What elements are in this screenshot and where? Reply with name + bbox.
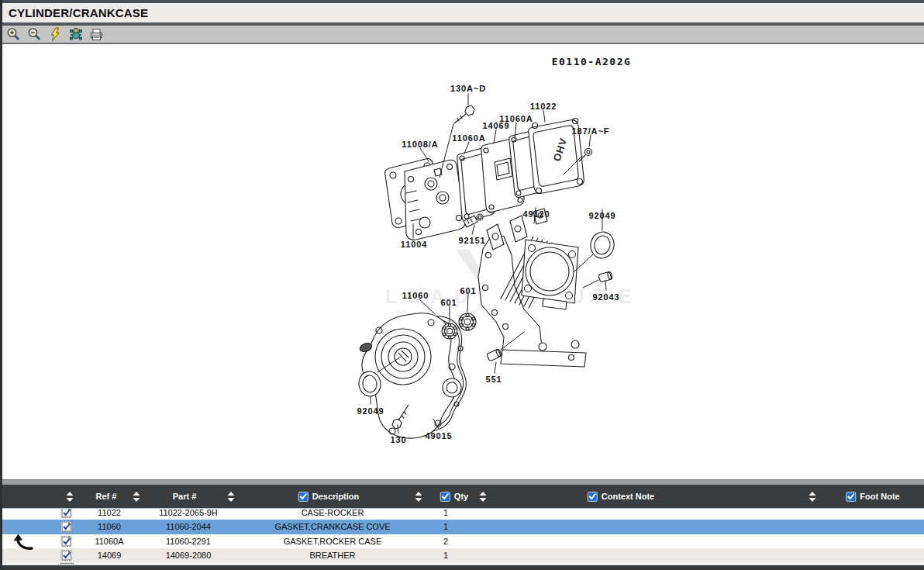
column-checkbox-foot-note[interactable] [846, 492, 856, 502]
part-label-14069[interactable]: 14069 [482, 121, 509, 130]
window-bottom-bar [0, 565, 924, 570]
sort-icon[interactable] [415, 485, 422, 508]
table-body: 1102211022-2065-9HCASE-ROCKER11106011060… [0, 509, 924, 563]
column-checkbox-qty[interactable] [440, 492, 450, 502]
part-label-49120[interactable]: 49120 [522, 209, 550, 219]
description-cell: CASE-ROCKER [302, 509, 364, 520]
part-label-601[interactable]: 601 [460, 286, 476, 295]
column-header-label: Foot Note [860, 492, 899, 501]
table-header: Ref #Part #DescriptionQtyContext NoteFoo… [0, 485, 924, 509]
diagram-code-label[interactable]: E0110-A202G [552, 56, 632, 67]
sort-icon[interactable] [67, 485, 74, 508]
part-label-49015[interactable]: 49015 [425, 431, 452, 440]
sort-icon[interactable] [228, 485, 235, 508]
qty-cell: 1 [443, 520, 448, 534]
part-label-11008-a[interactable]: 11008/A [402, 140, 438, 149]
exploded-diagram-art: OHV [0, 46, 924, 479]
print-icon[interactable] [88, 26, 105, 42]
table-row-11022[interactable]: 1102211022-2065-9HCASE-ROCKER1 [0, 509, 924, 520]
part-label-187-a-f[interactable]: 187/A~F [572, 126, 610, 136]
part-label-92049[interactable]: 92049 [357, 406, 384, 416]
column-header-ref[interactable]: Ref # [96, 485, 117, 508]
column-header-label: Ref # [96, 492, 117, 501]
part-label-601[interactable]: 601 [440, 298, 457, 307]
sort-icon[interactable] [480, 485, 487, 508]
table-top-grip[interactable] [0, 479, 924, 485]
column-header-label: Context Note [602, 492, 654, 501]
part-number-cell: 14069-2080 [166, 548, 212, 563]
back-arrow-icon[interactable] [12, 533, 34, 554]
parts-catalog-window: CYLINDER/CRANKCASE [0, 0, 924, 570]
ref-cell: 11060 [98, 520, 121, 534]
part-label-11004[interactable]: 11004 [401, 240, 427, 249]
row-select-icon[interactable] [60, 509, 74, 520]
part-label-551[interactable]: 551 [485, 375, 502, 384]
toolbar [0, 26, 924, 44]
part-label-130a-d[interactable]: 130A~D [450, 84, 486, 93]
column-header-description[interactable]: Description [298, 485, 360, 508]
row-select-icon[interactable] [60, 520, 74, 534]
qty-cell: 1 [443, 548, 448, 563]
zoom-out-icon[interactable] [26, 26, 43, 42]
column-header-foot-note[interactable]: Foot Note [846, 485, 899, 508]
column-header-part[interactable]: Part # [173, 485, 197, 508]
part-label-92049[interactable]: 92049 [588, 211, 615, 220]
part-label-11022[interactable]: 11022 [530, 102, 557, 111]
title-bar: CYLINDER/CRANKCASE [0, 3, 924, 22]
table-row-11060[interactable]: 1106011060-2044GASKET,CRANKCASE COVE1 [0, 520, 924, 534]
qty-cell: 2 [443, 534, 448, 549]
part-number-cell: 11060-2044 [166, 520, 211, 534]
table-row-14069[interactable]: 1406914069-2080BREATHER1 [0, 548, 924, 563]
ref-cell: 11060A [95, 534, 123, 549]
zoom-in-icon[interactable] [5, 26, 22, 42]
part-label-92151[interactable]: 92151 [458, 236, 485, 245]
description-cell: GASKET,CRANKCASE COVE [274, 520, 390, 534]
qty-cell: 1 [443, 509, 448, 520]
description-cell: GASKET,ROCKER CASE [284, 534, 382, 549]
column-header-label: Part # [173, 492, 197, 501]
column-header-label: Qty [454, 492, 468, 501]
row-select-icon[interactable] [60, 549, 74, 563]
part-label-11060a[interactable]: 11060A [452, 133, 485, 143]
part-label-130[interactable]: 130 [390, 435, 406, 444]
diagram-area: LEADVENTURE [0, 46, 924, 479]
column-header-label: Description [312, 492, 360, 501]
part-number-cell: 11060-2291 [166, 534, 211, 549]
sort-icon[interactable] [133, 485, 140, 508]
ref-cell: 14069 [98, 548, 122, 563]
description-cell: BREATHER [309, 548, 355, 563]
part-number-cell: 11022-2065-9H [159, 509, 218, 520]
column-header-qty[interactable]: Qty [440, 485, 468, 508]
sort-icon[interactable] [809, 485, 816, 508]
lightning-icon[interactable] [47, 26, 64, 42]
part-label-92043[interactable]: 92043 [592, 292, 619, 302]
page-title: CYLINDER/CRANKCASE [0, 6, 148, 19]
row-select-icon[interactable] [60, 535, 74, 549]
column-checkbox-description[interactable] [298, 492, 309, 502]
hotspot-icon[interactable] [67, 26, 84, 42]
table-row-11060a[interactable]: 11060A11060-2291GASKET,ROCKER CASE2 [0, 534, 924, 549]
column-header-context-note[interactable]: Context Note [588, 485, 654, 508]
ref-cell: 11022 [98, 509, 121, 520]
window-left-edge [0, 0, 2, 570]
part-label-11060[interactable]: 11060 [402, 291, 429, 300]
column-checkbox-context-note[interactable] [588, 492, 598, 502]
